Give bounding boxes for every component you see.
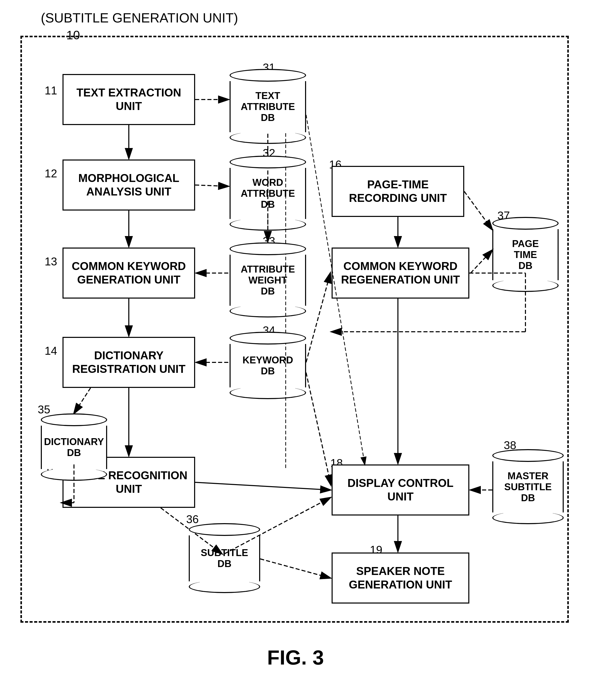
- dictionary-db: DICTIONARYDB: [41, 413, 107, 481]
- page-time-recording-unit: PAGE-TIMERECORDING UNIT: [332, 166, 464, 217]
- text-extraction-unit: TEXT EXTRACTIONUNIT: [63, 74, 195, 125]
- display-control-unit: DISPLAY CONTROLUNIT: [332, 464, 469, 516]
- ref-11: 11: [45, 84, 57, 97]
- ref-12: 12: [45, 167, 57, 180]
- speaker-note-gen-unit: SPEAKER NOTEGENERATION UNIT: [332, 552, 469, 603]
- text-attribute-db: TEXTATTRIBUTEDB: [229, 69, 306, 144]
- figure-label: FIG. 3: [267, 646, 324, 669]
- dictionary-reg-unit: DICTIONARYREGISTRATION UNIT: [63, 337, 195, 388]
- keyword-db: KEYWORDDB: [229, 332, 306, 399]
- word-attribute-db: WORDATTRIBUTEDB: [229, 156, 306, 231]
- page-time-db: PAGETIMEDB: [492, 217, 559, 292]
- common-keyword-regen-unit: COMMON KEYWORDREGENERATION UNIT: [332, 247, 469, 299]
- attribute-weight-db: ATTRIBUTEWEIGHTDB: [229, 242, 306, 317]
- ref-14: 14: [45, 345, 57, 357]
- page-container: (SUBTITLE GENERATION UNIT) 10 11 TEXT EX…: [0, 0, 591, 700]
- subtitle-db: SUBTITLEDB: [189, 523, 260, 593]
- subtitle-generation-label: (SUBTITLE GENERATION UNIT): [41, 10, 238, 25]
- ref-13: 13: [45, 255, 57, 268]
- morphological-analysis-unit: MORPHOLOGICALANALYSIS UNIT: [63, 160, 195, 211]
- common-keyword-gen-unit: COMMON KEYWORDGENERATION UNIT: [63, 247, 195, 299]
- master-subtitle-db: MASTERSUBTITLEDB: [492, 449, 564, 524]
